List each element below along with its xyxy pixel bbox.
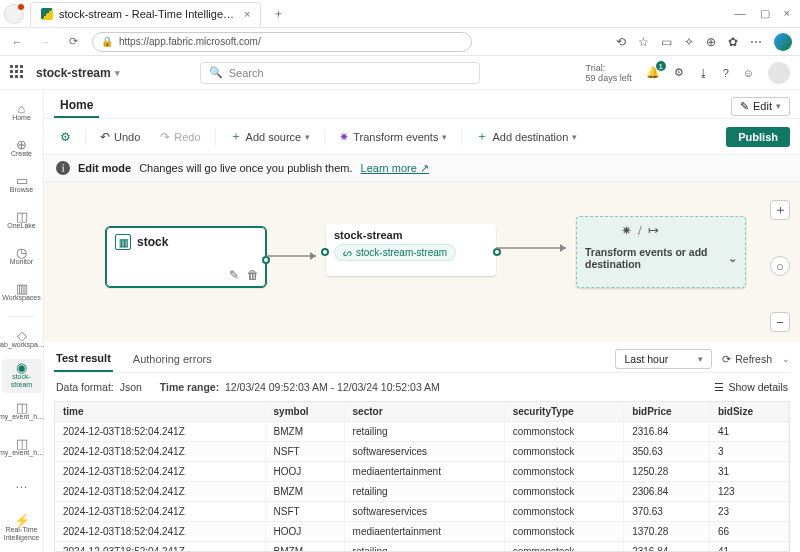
stream-pill[interactable]: ᔕstock-stream-stream xyxy=(334,244,456,261)
add-destination-button[interactable]: ＋Add destination▾ xyxy=(470,125,583,148)
cell-time: 2024-12-03T18:52:04.241Z xyxy=(55,522,265,542)
app-launcher-icon[interactable] xyxy=(10,65,26,81)
output-port[interactable] xyxy=(493,248,501,256)
account-avatar-icon[interactable] xyxy=(768,62,790,84)
time-window-dropdown[interactable]: Last hour▾ xyxy=(615,349,712,369)
rail-browse[interactable]: ▭Browse xyxy=(2,168,42,202)
refresh-button[interactable]: ⟳Refresh xyxy=(722,353,772,365)
undo-button[interactable]: ↶Undo xyxy=(94,127,146,147)
rail-eventhouse-2[interactable]: ◫my_event_h… xyxy=(2,431,42,465)
table-row[interactable]: 2024-12-03T18:52:04.241ZHOOJmediaenterta… xyxy=(55,522,789,542)
table-row[interactable]: 2024-12-03T18:52:04.241ZBMZMretailingcom… xyxy=(55,482,789,502)
table-row[interactable]: 2024-12-03T18:52:04.241ZBMZMretailingcom… xyxy=(55,422,789,442)
cell-symbol: BMZM xyxy=(265,482,344,502)
zoom-in-button[interactable]: ＋ xyxy=(770,200,790,220)
collapse-results-icon[interactable]: ⌄ xyxy=(782,354,790,364)
details-icon: ☰ xyxy=(714,381,724,393)
zoom-out-button[interactable]: − xyxy=(770,312,790,332)
more-icon[interactable]: ⋯ xyxy=(750,35,762,49)
delete-node-icon[interactable]: 🗑 xyxy=(247,268,259,282)
col-sector[interactable]: sector xyxy=(344,402,504,422)
results-table[interactable]: time symbol sector securityType bidPrice… xyxy=(54,401,790,552)
cell-sector: softwareservices xyxy=(344,442,504,462)
add-source-button[interactable]: ＋Add source▾ xyxy=(224,125,317,148)
cell-sector: retailing xyxy=(344,542,504,553)
transform-events-button[interactable]: ✷Transform events▾ xyxy=(333,127,453,147)
tab-title: stock-stream - Real-Time Intellige… xyxy=(59,8,234,20)
favorites-icon[interactable]: ✿ xyxy=(728,35,738,49)
reload-icon[interactable]: ⟳ xyxy=(64,35,82,48)
notifications-icon[interactable]: 🔔 xyxy=(646,66,660,79)
new-tab-button[interactable]: ＋ xyxy=(267,3,289,25)
address-bar[interactable]: 🔒 https://app.fabric.microsoft.com/ xyxy=(92,32,472,52)
search-placeholder: Search xyxy=(229,67,264,79)
learn-more-link[interactable]: Learn more ↗ xyxy=(361,162,429,175)
input-port[interactable] xyxy=(321,248,329,256)
browser-tab[interactable]: stock-stream - Real-Time Intellige… × xyxy=(30,2,261,26)
col-time[interactable]: time xyxy=(55,402,265,422)
node-label: stock-stream xyxy=(334,229,488,241)
close-tab-icon[interactable]: × xyxy=(244,8,250,20)
show-details-link[interactable]: ☰Show details xyxy=(714,381,788,393)
rail-home[interactable]: ⌂Home xyxy=(2,96,42,130)
rail-onelake[interactable]: ◫OneLake xyxy=(2,204,42,238)
tab-authoring-errors[interactable]: Authoring errors xyxy=(131,347,214,371)
tab-test-result[interactable]: Test result xyxy=(54,346,113,372)
breadcrumb[interactable]: stock-stream ▾ xyxy=(36,66,120,80)
settings-gear-button[interactable]: ⚙ xyxy=(54,127,77,147)
feedback-icon[interactable]: ☺ xyxy=(743,67,754,79)
help-icon[interactable]: ? xyxy=(723,67,729,79)
edit-button[interactable]: ✎Edit▾ xyxy=(731,97,790,116)
node-destination-placeholder[interactable]: ✷ / ↦ Transform events or add destinatio… xyxy=(576,216,746,288)
cell-bidPrice: 1250.28 xyxy=(624,462,710,482)
tab-home[interactable]: Home xyxy=(54,94,99,118)
cell-bidPrice: 370.63 xyxy=(624,502,710,522)
collections-icon[interactable]: ⊕ xyxy=(706,35,716,49)
node-eventstream[interactable]: stock-stream ᔕstock-stream-stream xyxy=(326,224,496,276)
download-icon[interactable]: ⭳ xyxy=(698,67,709,79)
cell-bidPrice: 1370.28 xyxy=(624,522,710,542)
profile-avatar-icon[interactable] xyxy=(4,4,24,24)
rail-fab-workspace[interactable]: ◇fab_workspa… xyxy=(2,323,42,357)
back-icon[interactable]: ← xyxy=(8,36,26,48)
rail-workspaces[interactable]: ▥Workspaces xyxy=(2,276,42,310)
lock-icon: 🔒 xyxy=(101,36,113,47)
maximize-icon[interactable]: ▢ xyxy=(760,7,770,20)
close-window-icon[interactable]: × xyxy=(784,7,790,20)
source-icon: ▥ xyxy=(115,234,131,250)
cell-bidSize: 123 xyxy=(709,482,788,502)
readmode-icon[interactable]: ▭ xyxy=(661,35,672,49)
extensions-icon[interactable]: ✧ xyxy=(684,35,694,49)
publish-button[interactable]: Publish xyxy=(726,127,790,147)
minimize-icon[interactable]: — xyxy=(735,7,746,20)
rail-create[interactable]: ⊕Create xyxy=(2,132,42,166)
rail-monitor[interactable]: ◷Monitor xyxy=(2,240,42,274)
rail-stock-stream[interactable]: ◉stock-stream xyxy=(2,359,42,393)
col-symbol[interactable]: symbol xyxy=(265,402,344,422)
table-row[interactable]: 2024-12-03T18:52:04.241ZHOOJmediaenterta… xyxy=(55,462,789,482)
fit-button[interactable]: ○ xyxy=(770,256,790,276)
rail-eventhouse-1[interactable]: ◫my_event_h… xyxy=(2,395,42,429)
cell-sector: mediaentertainment xyxy=(344,522,504,542)
star-icon[interactable]: ☆ xyxy=(638,35,649,49)
edit-node-icon[interactable]: ✎ xyxy=(229,268,239,282)
col-bidPrice[interactable]: bidPrice xyxy=(624,402,710,422)
rail-more[interactable]: … xyxy=(2,467,42,501)
output-port[interactable] xyxy=(262,256,270,264)
rail-realtime[interactable]: ⚡Real-Time Intelligence xyxy=(2,512,42,546)
copilot-icon[interactable] xyxy=(774,33,792,51)
chevron-down-icon[interactable]: ⌄ xyxy=(728,252,737,264)
table-row[interactable]: 2024-12-03T18:52:04.241ZNSFTsoftwareserv… xyxy=(55,502,789,522)
col-bidSize[interactable]: bidSize xyxy=(709,402,788,422)
cell-bidPrice: 2306.84 xyxy=(624,482,710,502)
cell-securityType: commonstock xyxy=(504,522,624,542)
eventstream-canvas[interactable]: ▥stock ✎ 🗑 stock-stream ᔕstock-stream-st… xyxy=(44,182,800,342)
settings-icon[interactable]: ⚙ xyxy=(674,66,684,79)
url-text: https://app.fabric.microsoft.com/ xyxy=(119,36,261,47)
sync-icon[interactable]: ⟲ xyxy=(616,35,626,49)
search-input[interactable]: 🔍 Search xyxy=(200,62,480,84)
table-row[interactable]: 2024-12-03T18:52:04.241ZBMZMretailingcom… xyxy=(55,542,789,553)
node-source-stock[interactable]: ▥stock ✎ 🗑 xyxy=(106,227,266,287)
table-row[interactable]: 2024-12-03T18:52:04.241ZNSFTsoftwareserv… xyxy=(55,442,789,462)
col-securityType[interactable]: securityType xyxy=(504,402,624,422)
